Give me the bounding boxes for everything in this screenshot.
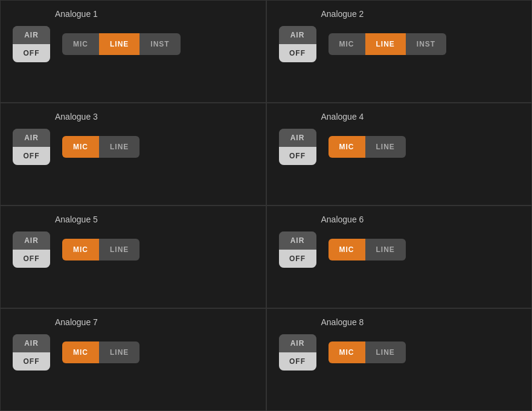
main-grid: Analogue 1AIROFFMICLINEINSTAnalogue 2AIR… — [0, 0, 532, 411]
input-selector-2: MICLINEINST — [328, 33, 447, 55]
air-off-button-6[interactable]: AIROFF — [279, 231, 316, 268]
air-label-3: AIR — [13, 129, 50, 147]
seg-btn-1-inst[interactable]: INST — [139, 33, 180, 55]
channel-cell-5: Analogue 5AIROFFMICLINE — [0, 206, 266, 308]
off-label-3: OFF — [13, 147, 50, 165]
off-label-5: OFF — [13, 250, 50, 268]
input-selector-3: MICLINE — [62, 136, 139, 158]
off-label-7: OFF — [13, 352, 50, 371]
seg-btn-8-line[interactable]: LINE — [365, 341, 406, 363]
channel-content-3: AIROFFMICLINE — [13, 129, 139, 165]
channel-title-8: Analogue 8 — [321, 317, 364, 327]
off-label-4: OFF — [279, 147, 316, 165]
seg-btn-7-line[interactable]: LINE — [99, 341, 139, 363]
channel-cell-6: Analogue 6AIROFFMICLINE — [266, 206, 533, 308]
air-label-8: AIR — [279, 334, 316, 352]
air-off-button-1[interactable]: AIROFF — [13, 26, 50, 62]
channel-cell-2: Analogue 2AIROFFMICLINEINST — [266, 0, 533, 103]
channel-title-4: Analogue 4 — [321, 112, 364, 121]
air-label-6: AIR — [279, 231, 316, 250]
seg-btn-4-line[interactable]: LINE — [365, 136, 406, 158]
channel-cell-3: Analogue 3AIROFFMICLINE — [0, 103, 266, 206]
off-label-2: OFF — [279, 44, 316, 62]
seg-btn-2-inst[interactable]: INST — [406, 33, 446, 55]
air-label-2: AIR — [279, 26, 316, 44]
channel-content-4: AIROFFMICLINE — [279, 129, 406, 165]
air-off-button-4[interactable]: AIROFF — [279, 129, 316, 165]
channel-title-7: Analogue 7 — [55, 317, 98, 327]
channel-content-2: AIROFFMICLINEINST — [279, 26, 447, 62]
input-selector-6: MICLINE — [328, 239, 406, 261]
seg-btn-6-mic[interactable]: MIC — [328, 239, 365, 261]
channel-content-6: AIROFFMICLINE — [279, 231, 406, 268]
seg-btn-2-line[interactable]: LINE — [365, 33, 406, 55]
channel-title-1: Analogue 1 — [55, 9, 98, 19]
seg-btn-1-line[interactable]: LINE — [99, 33, 139, 55]
channel-content-1: AIROFFMICLINEINST — [13, 26, 181, 62]
off-label-1: OFF — [13, 44, 50, 62]
channel-content-7: AIROFFMICLINE — [13, 334, 139, 371]
air-off-button-2[interactable]: AIROFF — [279, 26, 316, 62]
air-off-button-5[interactable]: AIROFF — [13, 231, 50, 268]
channel-cell-1: Analogue 1AIROFFMICLINEINST — [0, 0, 266, 103]
channel-title-6: Analogue 6 — [321, 215, 364, 224]
input-selector-4: MICLINE — [328, 136, 406, 158]
seg-btn-4-mic[interactable]: MIC — [328, 136, 365, 158]
air-off-button-3[interactable]: AIROFF — [13, 129, 50, 165]
seg-btn-3-mic[interactable]: MIC — [62, 136, 99, 158]
channel-title-5: Analogue 5 — [55, 215, 98, 224]
channel-title-2: Analogue 2 — [321, 9, 364, 19]
air-off-button-8[interactable]: AIROFF — [279, 334, 316, 371]
seg-btn-1-mic[interactable]: MIC — [62, 33, 99, 55]
air-off-button-7[interactable]: AIROFF — [13, 334, 50, 371]
off-label-6: OFF — [279, 250, 316, 268]
channel-content-5: AIROFFMICLINE — [13, 231, 139, 268]
input-selector-5: MICLINE — [62, 239, 139, 261]
seg-btn-3-line[interactable]: LINE — [99, 136, 139, 158]
input-selector-7: MICLINE — [62, 341, 139, 363]
seg-btn-6-line[interactable]: LINE — [365, 239, 406, 261]
air-label-4: AIR — [279, 129, 316, 147]
seg-btn-5-mic[interactable]: MIC — [62, 239, 99, 261]
seg-btn-5-line[interactable]: LINE — [99, 239, 139, 261]
off-label-8: OFF — [279, 352, 316, 371]
seg-btn-2-mic[interactable]: MIC — [328, 33, 365, 55]
air-label-7: AIR — [13, 334, 50, 352]
seg-btn-8-mic[interactable]: MIC — [328, 341, 365, 363]
channel-cell-8: Analogue 8AIROFFMICLINE — [266, 308, 533, 411]
channel-content-8: AIROFFMICLINE — [279, 334, 406, 371]
air-label-5: AIR — [13, 231, 50, 250]
seg-btn-7-mic[interactable]: MIC — [62, 341, 99, 363]
channel-cell-7: Analogue 7AIROFFMICLINE — [0, 308, 266, 411]
channel-cell-4: Analogue 4AIROFFMICLINE — [266, 103, 533, 206]
channel-title-3: Analogue 3 — [55, 112, 98, 121]
input-selector-8: MICLINE — [328, 341, 406, 363]
air-label-1: AIR — [13, 26, 50, 44]
input-selector-1: MICLINEINST — [62, 33, 181, 55]
